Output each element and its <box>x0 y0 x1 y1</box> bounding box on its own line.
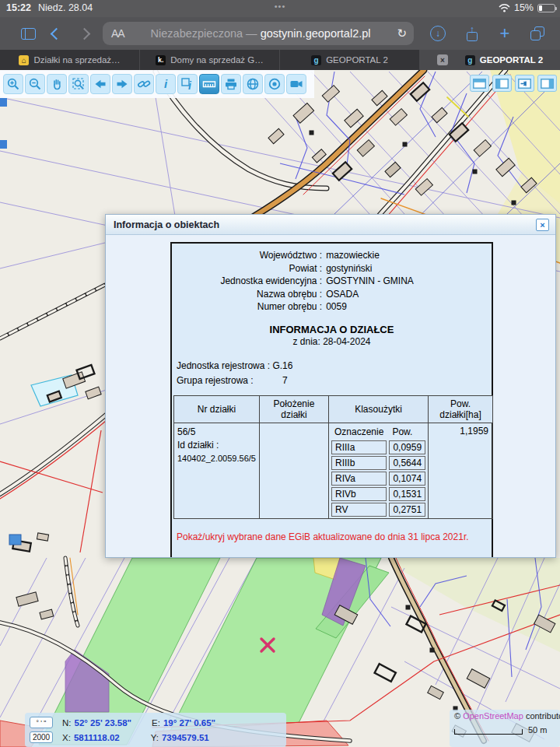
colorize-label: Zakoloruj: <box>177 557 218 558</box>
x-value: 5811118.02 <box>74 733 120 742</box>
multitask-dots-icon: ••• <box>275 2 286 11</box>
dms-toggle-button[interactable]: ° ' " <box>30 717 53 728</box>
land-use-row: RV0,2751 <box>331 503 425 517</box>
y-label: Y: <box>151 733 159 742</box>
layout-left-panel-icon[interactable] <box>492 75 512 92</box>
region-row: Numer obrębu :0059 <box>172 300 492 314</box>
globe-button[interactable] <box>243 74 263 94</box>
tab-domy[interactable]: k. Domy na sprzedaż G… <box>140 50 280 70</box>
battery-percent: 15% <box>514 2 534 13</box>
parcel-table: Nr działki Położenie działki Klasoużytki… <box>173 395 493 519</box>
zoom-extent-button[interactable] <box>68 74 89 94</box>
scale-label: 50 m <box>528 725 547 735</box>
svg-text:i: i <box>164 77 168 90</box>
egib-toggle-link[interactable]: Pokaż/ukryj wybrane dane EGiB aktualizow… <box>177 531 492 542</box>
browser-toolbar: AA Niezabezpieczona — gostynin.geoportal… <box>0 17 560 50</box>
region-row: Nazwa obrębu :OSADA <box>172 288 492 301</box>
print-button[interactable] <box>221 74 241 94</box>
document-date: z dnia: 28-04-2024 <box>172 335 492 349</box>
tab-close-icon[interactable]: × <box>437 54 448 65</box>
panel-expand-arrow-icon[interactable] <box>515 75 534 92</box>
dialog-close-icon[interactable]: × <box>536 219 549 231</box>
coordinates-panel: ° ' " N: 52° 25' 23.58" E: 19° 27' 0.65"… <box>25 713 286 747</box>
tab-geoportal-active[interactable]: × g GEOPORTAL 2 <box>420 50 560 70</box>
col-header: Pow. działki[ha] <box>429 395 493 423</box>
clock: 15:22 <box>6 2 31 13</box>
k-dot-icon: k. <box>156 55 166 65</box>
layout-top-panel-icon[interactable] <box>470 75 489 92</box>
parcel-document: Województwo :mazowieckie Powiat :gostyni… <box>170 242 493 558</box>
dialog-title: Informacja o obiektach <box>114 219 536 230</box>
region-row: Jednostka ewidencyjna :GOSTYNIN - GMINA <box>172 275 492 288</box>
parcel-number-cell: 56/5 Id działki : 140402_2.0059.56/5 <box>174 423 260 518</box>
map-toolbar: i i <box>0 70 314 98</box>
region-row: Powiat :gostyniński <box>172 262 492 275</box>
house-icon: ⌂ <box>19 55 29 65</box>
land-use-row: RIVa0,1074 <box>331 472 425 486</box>
url-security-prefix: Niezabezpieczona — <box>151 27 261 40</box>
address-bar[interactable]: AA Niezabezpieczona — gostynin.geoportal… <box>103 22 414 45</box>
reload-icon[interactable]: ↻ <box>397 26 407 40</box>
wifi-icon <box>499 4 510 12</box>
tab-label: Domy na sprzedaż G… <box>170 55 264 65</box>
color-swatch-green[interactable] <box>263 557 289 559</box>
tab-geoportal-1[interactable]: g GEOPORTAL 2 <box>280 50 420 70</box>
map-viewport: i i <box>0 70 560 747</box>
land-use-row: RIIIa0,0959 <box>331 440 425 454</box>
link-button[interactable] <box>134 74 154 94</box>
sidebar-toggle-icon[interactable] <box>19 17 37 50</box>
zoom-in-button[interactable] <box>3 74 23 94</box>
zoom-out-button[interactable] <box>25 74 45 94</box>
n-value: 52° 25' 23.58" <box>75 718 132 728</box>
measure-button[interactable] <box>199 74 219 94</box>
tabs-overview-icon[interactable] <box>527 17 548 50</box>
history-forward-button[interactable] <box>112 74 132 94</box>
object-info-dialog: Informacja o obiektach × Województwo :ma… <box>105 214 556 558</box>
url-domain: gostynin.geoportal2.pl <box>261 27 371 40</box>
tab-dzialki[interactable]: ⌂ Działki na sprzedaż… <box>0 50 140 70</box>
color-swatch-purple[interactable] <box>299 557 325 559</box>
battery-icon <box>537 4 555 12</box>
tab-label: Działki na sprzedaż… <box>33 55 120 65</box>
color-swatch-red[interactable] <box>227 557 254 559</box>
land-use-row: RIIIb0,5644 <box>331 456 425 470</box>
new-tab-icon[interactable]: + <box>495 17 515 50</box>
info-button[interactable]: i <box>156 74 176 94</box>
ipad-screen: 15:22 Niedz. 28.04 ••• 15% AA Niezabezpi… <box>0 0 560 747</box>
clear-selection-link[interactable]: Usuń zaznaczenia <box>384 557 460 558</box>
e-label: E: <box>152 718 160 728</box>
history-back-button[interactable] <box>90 74 110 94</box>
x-label: X: <box>62 733 71 742</box>
share-icon[interactable]: ↑ <box>462 17 482 50</box>
col-header: Nr działki <box>174 395 260 423</box>
geoportal-icon: g <box>465 55 475 65</box>
parcel-area-cell: 1,1959 <box>429 423 493 518</box>
epsg-2000-button[interactable]: 2000 <box>30 731 53 743</box>
y-value: 7394579.51 <box>162 733 209 742</box>
reader-aa-button[interactable]: AA <box>111 27 124 40</box>
dialog-header[interactable]: Informacja o obiektach × <box>106 215 555 235</box>
forward-button[interactable] <box>75 17 93 50</box>
svg-text:i: i <box>188 79 192 92</box>
pan-hand-button[interactable] <box>47 74 67 94</box>
panel-toggle-buttons <box>470 75 557 92</box>
camera-button[interactable] <box>286 74 306 94</box>
osm-link[interactable]: OpenStreetMap <box>463 711 523 721</box>
scale-bar <box>454 729 523 735</box>
geoportal-icon: g <box>311 55 321 65</box>
downloads-icon[interactable]: ↓ <box>428 17 448 50</box>
locate-button[interactable] <box>264 74 285 94</box>
col-header: Klasoużytki <box>329 395 429 423</box>
url-text: Niezabezpieczona — gostynin.geoportal2.p… <box>124 27 397 40</box>
layout-right-panel-icon[interactable] <box>537 75 557 92</box>
select-info-button[interactable]: i <box>177 74 198 94</box>
back-button[interactable] <box>47 17 65 50</box>
register-info: Jednostka rejestrowa : G.16 Grupa rejest… <box>177 359 492 388</box>
land-use-row: RIVb0,1531 <box>331 487 425 501</box>
col-header: Położenie działki <box>259 395 328 423</box>
color-swatch-yellow[interactable] <box>334 557 361 559</box>
document-heading: INFORMACJA O DZIAŁCE <box>172 324 492 335</box>
colorize-row: Zakoloruj: Usuń zaznaczenia <box>177 557 492 559</box>
region-row: Województwo :mazowieckie <box>172 249 492 262</box>
table-row: 56/5 Id działki : 140402_2.0059.56/5 Ozn… <box>174 423 493 518</box>
